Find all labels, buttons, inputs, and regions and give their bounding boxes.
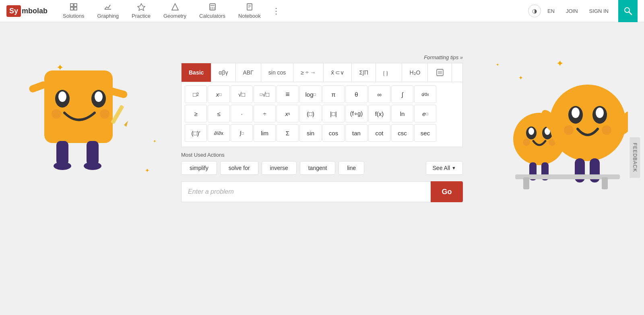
problem-input[interactable] (181, 181, 431, 202)
svg-point-11 (214, 7, 215, 8)
svg-marker-31 (124, 121, 128, 127)
svg-point-45 (549, 85, 626, 161)
btn-paren[interactable]: (□) (299, 105, 322, 122)
btn-defint[interactable]: ∫□ (231, 124, 253, 142)
svg-rect-33 (87, 141, 99, 165)
svg-rect-2 (70, 7, 73, 10)
btn-sum[interactable]: Σ (277, 124, 299, 142)
btn-nthroot[interactable]: □√□ (254, 85, 276, 103)
action-solve-for[interactable]: solve for (220, 161, 258, 175)
action-inverse[interactable]: inverse (262, 161, 297, 175)
star-decoration-5: ✦ (153, 139, 156, 143)
btn-cdot[interactable]: · (231, 105, 253, 122)
btn-infinity[interactable]: ∞ (368, 85, 390, 103)
btn-square[interactable]: □2 (185, 85, 207, 103)
feedback-tab[interactable]: FEEDBACK (630, 137, 640, 178)
btn-geq[interactable]: ≥ (185, 105, 207, 122)
input-row: Go (181, 181, 463, 202)
practice-icon (137, 3, 145, 12)
btn-abs[interactable]: |□| (322, 105, 345, 122)
btn-xpower[interactable]: xs (277, 105, 299, 122)
btn-power[interactable]: x□ (208, 85, 230, 103)
btn-sin[interactable]: sin (299, 124, 322, 142)
math-row-3: (□)′ ∂/∂x ∫□ lim Σ sin cos tan cot csc s… (185, 124, 459, 142)
btn-theta[interactable]: θ (345, 85, 367, 103)
btn-ln[interactable]: ln (391, 105, 413, 122)
action-line[interactable]: line (339, 161, 364, 175)
svg-point-48 (572, 108, 580, 118)
tab-operators[interactable]: ≥ ÷ → (293, 63, 323, 82)
svg-rect-32 (56, 141, 68, 165)
btn-deriv2[interactable]: (□)′ (185, 124, 207, 142)
svg-point-10 (212, 7, 213, 8)
btn-sqrt[interactable]: √□ (231, 85, 253, 103)
actions-row: simplify solve for inverse tangent line … (181, 161, 463, 175)
graphing-icon (104, 3, 112, 12)
go-button[interactable]: Go (431, 181, 463, 202)
notebook-label: Notebook (238, 13, 261, 19)
logo-highlight: Sy (6, 5, 21, 17)
math-tabs: Basic αβγ АВГ sin cos ≥ ÷ → x̄ ⊂∨ Σ∫Π ⌈ … (181, 63, 463, 82)
notebook-icon (246, 3, 254, 12)
formatting-tips[interactable]: Formatting tips » (181, 54, 463, 60)
btn-cot[interactable]: cot (368, 124, 390, 142)
tab-calculus[interactable]: Σ∫Π (352, 63, 376, 82)
see-all-button[interactable]: See All ▼ (426, 161, 463, 175)
tab-sets[interactable]: x̄ ⊂∨ (324, 63, 352, 82)
tab-chemistry[interactable]: H₂O (402, 63, 428, 82)
tab-cyrillic[interactable]: АВГ (236, 63, 261, 82)
search-button[interactable] (618, 0, 638, 22)
nav-calculators[interactable]: Calculators (194, 0, 231, 21)
svg-point-24 (58, 91, 66, 102)
nav-graphing[interactable]: Graphing (92, 0, 124, 21)
btn-csc[interactable]: csc (391, 124, 413, 142)
btn-sec[interactable]: sec (414, 124, 436, 142)
btn-frac[interactable]: ≡ (277, 85, 299, 103)
nav-notebook[interactable]: Notebook (233, 0, 266, 21)
svg-rect-8 (211, 5, 215, 6)
math-buttons-grid: □2 x□ √□ □√□ ≡ log□ π θ ∞ ∫ d⁄dx ≥ ≤ · ÷… (181, 82, 463, 147)
svg-point-35 (84, 162, 101, 170)
btn-pi[interactable]: π (322, 85, 345, 103)
logo-text: mbolab (22, 7, 47, 15)
nav-more[interactable]: ⋮ (268, 4, 284, 18)
svg-point-41 (523, 139, 530, 146)
btn-integral[interactable]: ∫ (391, 85, 413, 103)
svg-rect-3 (74, 7, 77, 10)
geometry-icon (171, 3, 179, 12)
btn-log[interactable]: log□ (299, 85, 322, 103)
tab-greek[interactable]: αβγ (211, 63, 235, 82)
svg-rect-57 (523, 177, 529, 189)
btn-epower[interactable]: e□ (414, 105, 436, 122)
logo[interactable]: Sy mbolab (6, 5, 47, 17)
btn-cos[interactable]: cos (322, 124, 345, 142)
language-button[interactable]: EN (543, 6, 559, 17)
svg-point-51 (602, 125, 611, 135)
tab-more[interactable] (428, 63, 452, 82)
btn-divide[interactable]: ÷ (254, 105, 276, 122)
btn-derivative[interactable]: d⁄dx (414, 85, 436, 103)
svg-point-13 (212, 8, 213, 9)
nav-solutions[interactable]: Solutions (57, 0, 90, 21)
practice-label: Practice (132, 13, 151, 19)
btn-func[interactable]: f(x) (368, 105, 390, 122)
svg-point-50 (564, 125, 574, 135)
calculators-icon (208, 3, 217, 12)
join-button[interactable]: JOIN (561, 6, 583, 17)
theme-toggle[interactable]: ◑ (528, 4, 541, 17)
btn-tan[interactable]: tan (345, 124, 367, 142)
nav-geometry[interactable]: Geometry (158, 0, 192, 21)
action-simplify[interactable]: simplify (181, 161, 217, 175)
btn-partial[interactable]: ∂/∂x (208, 124, 230, 142)
tab-matrices[interactable]: ⌈ ⌉⌊ ⌋ (376, 63, 402, 82)
calculators-label: Calculators (199, 13, 225, 19)
geometry-label: Geometry (163, 13, 186, 19)
tab-trig[interactable]: sin cos (261, 63, 294, 82)
btn-leq[interactable]: ≤ (208, 105, 230, 122)
tab-basic[interactable]: Basic (182, 63, 211, 82)
btn-lim[interactable]: lim (254, 124, 276, 142)
nav-practice[interactable]: Practice (126, 0, 156, 21)
btn-compose[interactable]: (f∘g) (345, 105, 367, 122)
sign-in-button[interactable]: SIGN IN (584, 6, 613, 17)
action-tangent[interactable]: tangent (300, 161, 336, 175)
